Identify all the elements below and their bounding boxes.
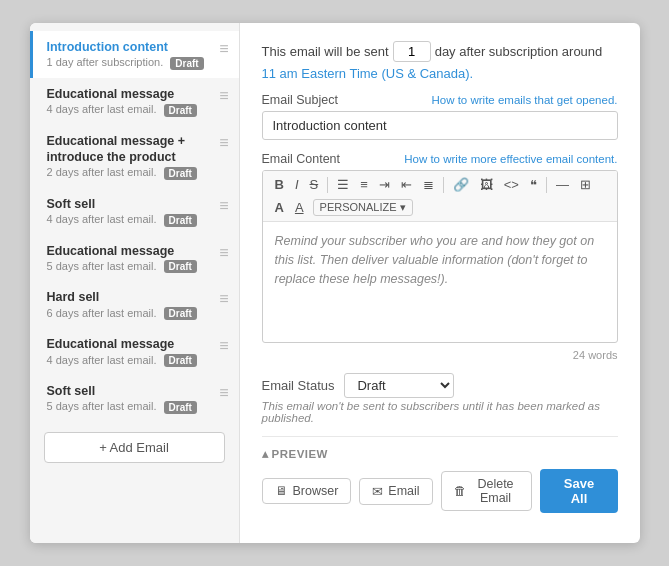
- send-prefix: This email will be sent: [262, 44, 389, 59]
- sidebar: Introduction content1 day after subscrip…: [30, 23, 240, 543]
- email-subject-help-link[interactable]: How to write emails that get opened.: [431, 94, 617, 106]
- sidebar-item-title-edu3: Educational message: [47, 243, 175, 259]
- footer-buttons: 🖥 Browser ✉ Email 🗑 Delete Email Save Al…: [262, 469, 618, 513]
- toolbar-strikethrough[interactable]: S: [306, 175, 323, 195]
- toolbar-align[interactable]: ≣: [419, 175, 438, 195]
- email-subject-label: Email Subject: [262, 93, 338, 107]
- preview-browser-button[interactable]: 🖥 Browser: [262, 478, 352, 504]
- toolbar-divider-3: [546, 177, 547, 193]
- toolbar-personalize[interactable]: PERSONALIZE ▾: [313, 199, 413, 216]
- sidebar-item-title-soft1: Soft sell: [47, 196, 96, 212]
- toolbar-indent[interactable]: ⇥: [375, 175, 394, 195]
- drag-handle-edu1[interactable]: ≡: [219, 88, 228, 104]
- drag-handle-hard1[interactable]: ≡: [219, 291, 228, 307]
- toolbar-font-color[interactable]: A: [271, 198, 288, 218]
- main-card: Introduction content1 day after subscrip…: [30, 23, 640, 543]
- toolbar-font-bg[interactable]: A: [291, 198, 308, 218]
- editor-body[interactable]: Remind your subscriber who you are and h…: [263, 222, 617, 342]
- sidebar-item-title-hard1: Hard sell: [47, 289, 100, 305]
- badge-draft-edu1: Draft: [164, 104, 197, 117]
- sidebar-item-sub-edu1: 4 days after last email. Draft: [47, 103, 214, 117]
- delete-icon: 🗑: [454, 484, 467, 498]
- add-email-button[interactable]: + Add Email: [44, 432, 225, 463]
- email-status-select[interactable]: Draft Published: [344, 373, 454, 398]
- email-subject-field: Email Subject How to write emails that g…: [262, 93, 618, 140]
- sidebar-item-title-soft2: Soft sell: [47, 383, 96, 399]
- save-all-button[interactable]: Save All: [540, 469, 617, 513]
- toolbar-ul[interactable]: ☰: [333, 175, 353, 195]
- sidebar-item-sub-soft2: 5 days after last email. Draft: [47, 400, 214, 414]
- sidebar-item-edu2[interactable]: Educational message + introduce the prod…: [30, 125, 239, 188]
- toolbar-ol[interactable]: ≡: [356, 175, 372, 195]
- toolbar-divider-2: [443, 177, 444, 193]
- word-count: 24 words: [262, 349, 618, 361]
- sidebar-item-intro[interactable]: Introduction content1 day after subscrip…: [30, 31, 239, 78]
- main-content: This email will be sent day after subscr…: [240, 23, 640, 543]
- toolbar-image[interactable]: 🖼: [476, 175, 497, 195]
- sidebar-item-edu3[interactable]: Educational message5 days after last ema…: [30, 235, 239, 282]
- email-subject-input[interactable]: [262, 111, 618, 140]
- browser-icon: 🖥: [275, 484, 288, 498]
- email-content-help-link[interactable]: How to write more effective email conten…: [404, 153, 617, 165]
- delete-email-button[interactable]: 🗑 Delete Email: [441, 471, 533, 511]
- day-input[interactable]: [393, 41, 431, 62]
- send-suffix: day after subscription around: [435, 44, 603, 59]
- editor-area: B I S ☰ ≡ ⇥ ⇤ ≣ 🔗 🖼 <> ❝ — ⊞: [262, 170, 618, 343]
- email-content-field: Email Content How to write more effectiv…: [262, 152, 618, 361]
- preview-label: ▴ PREVIEW: [262, 447, 618, 461]
- footer-section: ▴ PREVIEW 🖥 Browser ✉ Email 🗑 Delete Ema…: [262, 436, 618, 513]
- sidebar-item-soft1[interactable]: Soft sell4 days after last email. Draft≡: [30, 188, 239, 235]
- toolbar-link[interactable]: 🔗: [449, 175, 473, 195]
- drag-handle-edu3[interactable]: ≡: [219, 245, 228, 261]
- toolbar-dash[interactable]: —: [552, 175, 573, 195]
- preview-email-button[interactable]: ✉ Email: [359, 478, 432, 505]
- sidebar-item-sub-hard1: 6 days after last email. Draft: [47, 307, 214, 321]
- email-status-note: This email won't be sent to subscribers …: [262, 400, 618, 424]
- drag-handle-intro[interactable]: ≡: [219, 41, 228, 57]
- badge-draft-intro: Draft: [170, 57, 203, 70]
- toolbar-bold[interactable]: B: [271, 175, 288, 195]
- toolbar-outdent[interactable]: ⇤: [397, 175, 416, 195]
- sidebar-item-soft2[interactable]: Soft sell5 days after last email. Draft≡: [30, 375, 239, 422]
- badge-draft-edu4: Draft: [164, 354, 197, 367]
- send-info-row: This email will be sent day after subscr…: [262, 41, 618, 81]
- sidebar-item-edu1[interactable]: Educational message4 days after last ema…: [30, 78, 239, 125]
- sidebar-item-sub-edu3: 5 days after last email. Draft: [47, 260, 214, 274]
- sidebar-item-sub-intro: 1 day after subscription. Draft: [47, 56, 214, 70]
- sidebar-item-sub-soft1: 4 days after last email. Draft: [47, 213, 214, 227]
- toolbar-divider-1: [327, 177, 328, 193]
- sidebar-item-hard1[interactable]: Hard sell6 days after last email. Draft≡: [30, 281, 239, 328]
- toolbar-quote[interactable]: ❝: [526, 175, 541, 195]
- drag-handle-edu4[interactable]: ≡: [219, 338, 228, 354]
- time-link[interactable]: 11 am Eastern Time (US & Canada).: [262, 66, 474, 81]
- drag-handle-edu2[interactable]: ≡: [219, 135, 228, 151]
- email-content-label: Email Content: [262, 152, 341, 166]
- badge-draft-edu2: Draft: [164, 167, 197, 180]
- editor-toolbar: B I S ☰ ≡ ⇥ ⇤ ≣ 🔗 🖼 <> ❝ — ⊞: [263, 171, 617, 222]
- toolbar-code[interactable]: <>: [500, 175, 523, 195]
- sidebar-item-title-edu2: Educational message + introduce the prod…: [47, 133, 214, 166]
- toolbar-special[interactable]: ⊞: [576, 175, 595, 195]
- sidebar-item-sub-edu4: 4 days after last email. Draft: [47, 354, 214, 368]
- badge-draft-hard1: Draft: [164, 307, 197, 320]
- sidebar-item-title-edu1: Educational message: [47, 86, 175, 102]
- badge-draft-soft1: Draft: [164, 214, 197, 227]
- drag-handle-soft2[interactable]: ≡: [219, 385, 228, 401]
- badge-draft-soft2: Draft: [164, 401, 197, 414]
- email-status-section: Email Status Draft Published This email …: [262, 373, 618, 424]
- sidebar-item-sub-edu2: 2 days after last email. Draft: [47, 166, 214, 180]
- email-icon: ✉: [372, 484, 383, 499]
- email-status-label: Email Status: [262, 378, 335, 393]
- badge-draft-edu3: Draft: [164, 260, 197, 273]
- sidebar-item-title-edu4: Educational message: [47, 336, 175, 352]
- drag-handle-soft1[interactable]: ≡: [219, 198, 228, 214]
- toolbar-italic[interactable]: I: [291, 175, 303, 195]
- sidebar-item-edu4[interactable]: Educational message4 days after last ema…: [30, 328, 239, 375]
- sidebar-item-title-intro: Introduction content: [47, 39, 169, 55]
